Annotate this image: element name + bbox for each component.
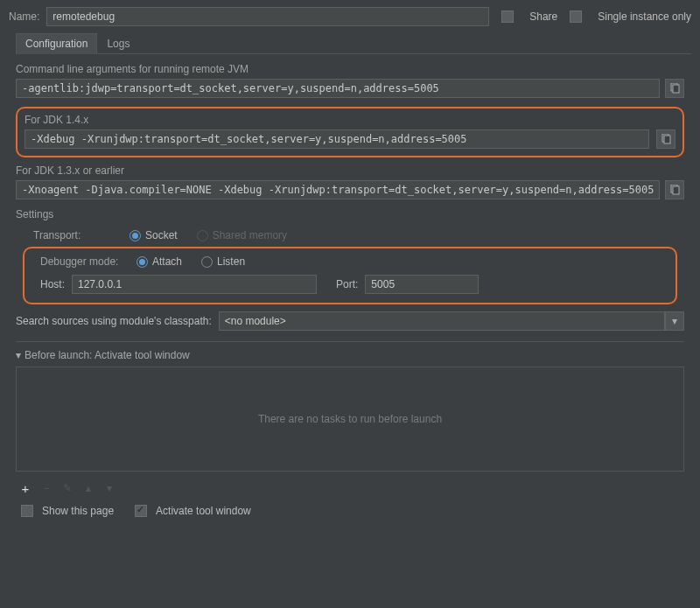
port-field[interactable] — [365, 275, 479, 294]
settings-label: Settings — [16, 208, 684, 220]
classpath-dropdown-button[interactable]: ▾ — [665, 311, 684, 331]
chevron-down-icon: ▾ — [107, 482, 112, 494]
copy-icon — [661, 134, 671, 144]
single-instance-checkbox[interactable] — [570, 10, 582, 23]
share-label: Share — [529, 10, 557, 23]
chevron-down-icon: ▾ — [672, 315, 677, 327]
activate-tool-window-label: Activate tool window — [156, 505, 251, 517]
cmd3-copy-button[interactable] — [665, 180, 684, 199]
move-down-button: ▾ — [102, 480, 117, 496]
svg-rect-1 — [673, 85, 679, 93]
tab-logs[interactable]: Logs — [97, 33, 139, 53]
mode-listen-radio[interactable]: Listen — [201, 255, 245, 268]
before-launch-tasks-box: There are no tasks to run before launch — [16, 367, 684, 472]
name-field[interactable] — [46, 7, 489, 26]
mode-attach-radio[interactable]: Attach — [136, 255, 182, 268]
tasks-toolbar: + − ✎ ▴ ▾ — [16, 477, 684, 505]
plus-icon: + — [22, 481, 30, 496]
chevron-down-icon: ▾ — [16, 349, 21, 361]
cmd2-label: For JDK 1.4.x — [24, 114, 676, 126]
debugger-mode-label: Debugger mode: — [40, 255, 136, 268]
minus-icon: − — [43, 482, 49, 494]
copy-icon — [669, 83, 680, 94]
cmd1-field[interactable] — [16, 79, 660, 98]
classpath-label: Search sources using module's classpath: — [16, 315, 212, 327]
connection-highlight: Debugger mode: Attach Listen Host: Port: — [23, 247, 677, 304]
classpath-select[interactable]: <no module> — [219, 311, 665, 331]
cmd2-copy-button[interactable] — [656, 129, 676, 149]
add-task-button[interactable]: + — [18, 480, 33, 496]
copy-icon — [669, 185, 680, 195]
name-label: Name: — [9, 10, 39, 23]
svg-rect-5 — [673, 186, 679, 194]
move-up-button: ▴ — [80, 480, 96, 496]
cmd3-field[interactable] — [16, 180, 660, 199]
edit-task-button: ✎ — [60, 480, 75, 496]
transport-label: Transport: — [33, 229, 130, 241]
single-instance-label: Single instance only — [598, 10, 691, 23]
cmd3-label: For JDK 1.3.x or earlier — [16, 164, 684, 177]
port-label: Port: — [336, 278, 358, 290]
chevron-up-icon: ▴ — [86, 482, 91, 494]
cmd2-field[interactable] — [24, 129, 649, 149]
pencil-icon: ✎ — [63, 482, 72, 494]
show-this-page-label: Show this page — [42, 505, 114, 517]
host-field[interactable] — [72, 275, 317, 294]
share-checkbox[interactable] — [501, 10, 514, 23]
svg-rect-3 — [664, 136, 670, 143]
tabs: Configuration Logs — [16, 33, 691, 54]
tab-configuration[interactable]: Configuration — [16, 33, 97, 54]
transport-socket-radio[interactable]: Socket — [130, 229, 178, 241]
cmd1-copy-button[interactable] — [665, 79, 684, 98]
tasks-empty-label: There are no tasks to run before launch — [258, 413, 442, 425]
show-this-page-checkbox[interactable] — [21, 505, 33, 517]
transport-shared-radio: Shared memory — [197, 229, 287, 241]
remove-task-button: − — [38, 480, 54, 496]
host-label: Host: — [40, 278, 65, 290]
before-launch-header[interactable]: ▾ Before launch: Activate tool window — [16, 349, 684, 361]
cmd1-label: Command line arguments for running remot… — [16, 63, 684, 75]
activate-tool-window-checkbox[interactable] — [135, 505, 147, 517]
jdk14-highlight: For JDK 1.4.x — [16, 107, 684, 157]
